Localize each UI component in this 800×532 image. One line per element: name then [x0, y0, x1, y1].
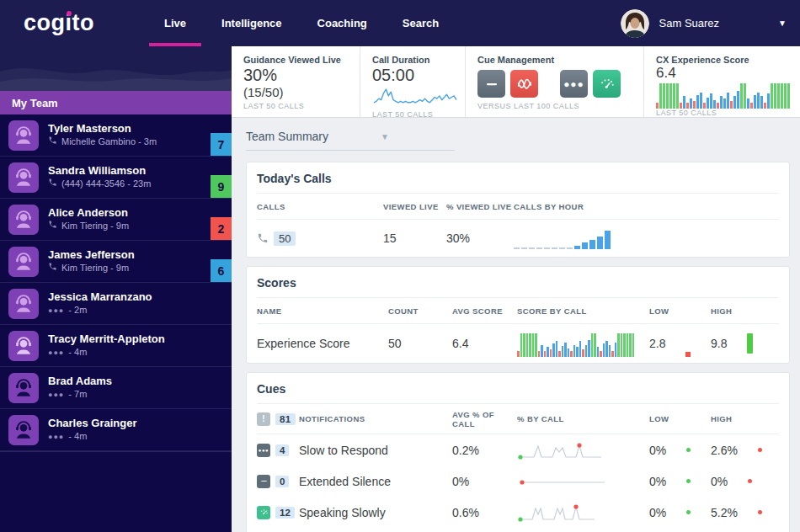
- agent-name: Tracy Merritt-Appleton: [48, 332, 165, 346]
- notifications-total-cell: ! 81: [257, 412, 299, 426]
- logo-text: cog: [24, 10, 66, 35]
- cue-count: 4: [275, 444, 289, 456]
- team-member-row[interactable]: Jessica Marranzano ●●● - 2m: [0, 283, 232, 325]
- col-high: HIGH: [711, 414, 779, 423]
- cue-count-cell: 12: [257, 506, 299, 519]
- wave-decoration: [0, 46, 232, 91]
- kpi-value: 6.4: [656, 65, 800, 81]
- kpi-guidance-viewed-live[interactable]: Guidance Viewed Live 30% (15/50) LAST 50…: [232, 46, 360, 117]
- cue-count-cell: ●●● 4: [257, 444, 299, 457]
- minus-icon[interactable]: [477, 70, 505, 98]
- agent-headset-avatar: [8, 247, 39, 277]
- col-avg-pct-of-call: AVG % OF CALL: [452, 410, 517, 428]
- todays-calls-panel: Today's Calls CALLS VIEWED LIVE % VIEWED…: [246, 162, 790, 258]
- team-member-row[interactable]: Sandra Williamson (444) 444-3546 - 23m 9: [0, 157, 232, 199]
- high-dot: [758, 448, 762, 452]
- team-member-row[interactable]: Tyler Masterson Michelle Gambino - 3m 7: [0, 114, 232, 157]
- score-low-cell: 2.8: [649, 337, 711, 350]
- cue-low-cell: 0%: [649, 506, 711, 519]
- cue-avg-pct: 0.6%: [452, 506, 517, 519]
- cue-row[interactable]: ●●● 4 Slow to Respond 0.2% 0% 2.6%: [257, 434, 779, 466]
- cue-rows: ●●● 4 Slow to Respond 0.2% 0% 2.6% 0 Ext…: [257, 434, 779, 532]
- todays-calls-header: CALLS VIEWED LIVE % VIEWED LIVE CALLS BY…: [257, 194, 779, 220]
- call-duration-sparkline: [372, 87, 465, 110]
- agent-headset-avatar: [8, 373, 39, 403]
- tab-search[interactable]: Search: [401, 0, 440, 46]
- kpi-cue-management[interactable]: Cue Management ●●● VERSUS LAST 100 CALLS: [466, 46, 644, 117]
- kpi-title: Guidance Viewed Live: [243, 55, 360, 65]
- todays-calls-row[interactable]: 50 15 30%: [257, 220, 779, 257]
- cogito-logo[interactable]: cogito: [24, 10, 94, 36]
- cue-row[interactable]: 0 Extended Silence 0% 0% 0%: [257, 466, 779, 497]
- pct-viewed-live-value: 30%: [446, 231, 514, 245]
- wave-icon[interactable]: [510, 70, 538, 98]
- cue-high-cell: 2.6%: [711, 444, 779, 457]
- calls-cell: 50: [257, 231, 383, 246]
- chevron-down-icon[interactable]: ▼: [778, 19, 787, 28]
- team-member-row[interactable]: Brad Adams ●●● - 7m: [0, 367, 232, 409]
- team-member-row[interactable]: Tracy Merritt-Appleton ●●● - 4m: [0, 325, 232, 367]
- app-root: cogito Live Intelligence Coaching Search…: [0, 0, 800, 532]
- high-marker: [747, 333, 753, 354]
- panel-title: Cues: [257, 373, 779, 404]
- tab-coaching[interactable]: Coaching: [316, 0, 369, 46]
- kpi-call-duration[interactable]: Call Duration 05:00 LAST 50 CALLS: [360, 46, 466, 117]
- low-value: 2.8: [649, 337, 665, 350]
- agent-call-status: ●●● - 7m: [48, 388, 112, 402]
- dots-icon: ●●●: [257, 444, 270, 457]
- team-member-row[interactable]: Charles Grainger ●●● - 4m: [0, 409, 232, 451]
- kpi-cx-experience-score[interactable]: CX Experience Score 6.4 LAST 50 CALLS: [644, 46, 800, 117]
- tab-live[interactable]: Live: [163, 0, 188, 46]
- calls-by-hour-chart: [514, 231, 779, 249]
- status-text: - 7m: [68, 388, 87, 401]
- agent-headset-avatar: [8, 331, 39, 361]
- kpi-title: Cue Management: [477, 55, 643, 65]
- agent-headset-avatar: [8, 289, 39, 319]
- high-value: 9.8: [711, 337, 727, 350]
- phone-icon: [48, 178, 57, 190]
- agent-headset-avatar: [8, 120, 39, 151]
- agent-call-status: ●●● - 4m: [48, 346, 165, 359]
- low-value: 0%: [649, 506, 666, 519]
- cue-row[interactable]: 12 Speaking Slowly 0.6% 0% 5.2%: [257, 497, 779, 528]
- score-count: 50: [388, 337, 452, 350]
- scores-row[interactable]: Experience Score 50 6.4 2.8 9.8: [257, 324, 779, 363]
- top-nav: cogito Live Intelligence Coaching Search…: [0, 0, 800, 46]
- team-member-row[interactable]: Alice Anderson Kim Tiering - 9m 2: [0, 199, 232, 241]
- score-by-call-chart: [517, 333, 649, 357]
- nav-tabs: Live Intelligence Coaching Search: [147, 0, 456, 46]
- kpi-title: Call Duration: [372, 55, 465, 65]
- logo-text: to: [72, 10, 94, 35]
- score-avg: 6.4: [452, 337, 517, 350]
- user-menu[interactable]: Sam Suarez ▼: [621, 9, 787, 38]
- agent-name: Brad Adams: [48, 375, 112, 388]
- col-count: COUNT: [388, 306, 452, 316]
- agent-name: James Jefferson: [48, 248, 135, 262]
- cue-count: 0: [275, 476, 289, 487]
- panel-title: Scores: [257, 267, 779, 298]
- kpi-footer: LAST 50 CALLS: [243, 102, 360, 110]
- cue-row[interactable]: 61 Empathy Cue 4.1% 0% 15%: [257, 528, 779, 532]
- kpi-footer: LAST 50 CALLS: [656, 109, 800, 117]
- team-member-row[interactable]: James Jefferson Kim Tiering - 9m 6: [0, 241, 232, 283]
- status-text: Kim Tiering - 9m: [61, 220, 129, 232]
- scores-panel: Scores NAME COUNT AVG SCORE SCORE BY CAL…: [246, 266, 790, 364]
- agent-headset-avatar: [8, 205, 39, 235]
- kpi-title: CX Experience Score: [656, 55, 800, 65]
- score-high-cell: 9.8: [711, 333, 779, 354]
- dots-icon[interactable]: ●●●: [560, 70, 588, 98]
- team-summary-selector[interactable]: Team Summary ▼: [246, 130, 455, 151]
- gauge-icon[interactable]: [593, 70, 621, 98]
- col-score-by-call: SCORE BY CALL: [517, 306, 649, 316]
- phone-icon: [257, 232, 269, 244]
- agent-call-status: Kim Tiering - 9m: [48, 220, 129, 232]
- idle-dots-icon: ●●●: [48, 304, 64, 317]
- low-value: 0%: [649, 444, 666, 457]
- cue-sparkline: [517, 471, 649, 492]
- status-text: Michelle Gambino - 3m: [61, 136, 157, 148]
- low-dot: [686, 448, 691, 452]
- kpi-value: 05:00: [372, 65, 465, 85]
- tab-intelligence[interactable]: Intelligence: [220, 0, 284, 46]
- cues-panel: Cues ! 81 NOTIFICATIONS AVG % OF CALL % …: [246, 372, 790, 532]
- col-calls-by-hour: CALLS BY HOUR: [514, 202, 779, 211]
